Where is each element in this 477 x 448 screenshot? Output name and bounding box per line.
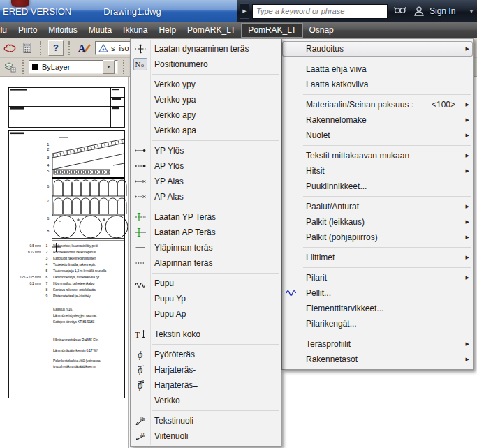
menubar-item-mitoitus[interactable]: Mitoitus xyxy=(43,23,82,38)
menu-item-palkit-pohjapiirros[interactable]: Palkit (pohjapiirros)▶ xyxy=(282,230,473,245)
current-color: ByLayer xyxy=(42,63,70,71)
menubar-item-pomrak-lt[interactable]: PomRAK_LT xyxy=(241,23,303,38)
layer-number: 7 xyxy=(41,281,47,285)
menubar-item-ilu[interactable]: ilu xyxy=(0,23,13,38)
menu-item-label: AP Ylös xyxy=(154,161,184,171)
menu-item-yp-alas[interactable]: YP Alas xyxy=(131,174,281,189)
menu-item-hitsit[interactable]: Hitsit▶ xyxy=(282,163,473,179)
round-bar-icon: ϕ xyxy=(131,349,150,360)
chevron-down-icon[interactable]: ▼ xyxy=(103,60,115,74)
menu-item-laatan-dynaaminen-ter-s[interactable]: Laatan dynaaminen teräs xyxy=(131,41,281,57)
note-text: Kallistus n 16. xyxy=(53,307,73,311)
revision-cloud-icon[interactable] xyxy=(2,40,17,56)
menubar-item-help[interactable]: Help xyxy=(153,23,182,38)
menu-item-puukiinnikkeet[interactable]: Puukiinnikkeet... xyxy=(282,179,473,194)
menu-item-ap-alas[interactable]: AP Alas xyxy=(131,189,281,204)
submenu-arrow-icon: ▶ xyxy=(462,357,469,362)
menu-item-elementtitarvikkeet[interactable]: Elementtitarvikkeet... xyxy=(282,301,473,316)
menu-item-tekstit-mittakaavan-mukaan[interactable]: Tekstit mittakaavan mukaan▶ xyxy=(282,148,473,163)
calculator-icon[interactable] xyxy=(20,40,35,56)
menu-item-tekstinuoli[interactable]: TETekstinuoli xyxy=(131,413,281,428)
user-icon[interactable] xyxy=(413,6,425,17)
menu-item-label: Laatan dynaaminen teräs xyxy=(154,44,249,54)
search-icon[interactable] xyxy=(393,6,407,17)
menu-item-verkko-apa[interactable]: Verkko apa xyxy=(131,123,281,138)
sign-in-button[interactable]: Sign In xyxy=(430,6,455,16)
drawing-canvas[interactable]: 0.5 mmb 22 mm125 + 125 mm0.2 mm1Vedeneri… xyxy=(0,77,130,448)
toolbar-grip[interactable] xyxy=(22,60,26,74)
menu-item-pupu-yp[interactable]: Pupu Yp xyxy=(131,291,281,306)
menu-item-rakennetasot[interactable]: Rakennetasot▶ xyxy=(282,352,473,367)
menu-item-verkko-apy[interactable]: Verkko apy xyxy=(131,107,281,123)
layer-number: 3 xyxy=(41,256,47,260)
menu-item-viitenuoli[interactable]: TtViitenuoli xyxy=(131,428,281,444)
menubar-item-muuta[interactable]: Muuta xyxy=(83,23,117,38)
menu-item-materiaalin-seinan-paksuus[interactable]: Materiaalin/Seinan paksuus :<100>▶ xyxy=(282,97,473,112)
menu-item-raudoitus[interactable]: Raudoitus▶ xyxy=(282,41,473,57)
menu-item-palkit-leikkaus[interactable]: Palkit (leikkaus)▶ xyxy=(282,214,473,230)
menubar-item-pomark-lt[interactable]: PomARK_LT xyxy=(182,23,241,38)
menu-item-pilarikeng-t[interactable]: Pilarikengät... xyxy=(282,316,473,331)
menu-item-ter-sprofiilit[interactable]: Teräsprofiilit▶ xyxy=(282,336,473,352)
menu-item-laatan-ap-ter-s[interactable]: Laatan AP Teräs xyxy=(131,225,281,240)
layer-number: 6 xyxy=(41,275,47,279)
section-callout: 4 xyxy=(41,163,49,167)
toolbar-grip[interactable] xyxy=(123,60,126,74)
menu-item-label: Alapinnan teräs xyxy=(154,258,212,268)
menu-item-positionumero[interactable]: NoPositionumero xyxy=(131,57,281,72)
menu-item-harjater-s[interactable]: ϕHarjateräs= xyxy=(131,378,281,393)
menubar-item-piirto[interactable]: Piirto xyxy=(13,23,43,38)
toolbar-grip[interactable] xyxy=(40,41,43,55)
app-logo[interactable] xyxy=(11,0,29,7)
menu-item-label: Verkko xyxy=(154,396,180,405)
menu-item-pupu-ap[interactable]: Pupu Ap xyxy=(131,306,281,322)
search-input[interactable] xyxy=(252,4,388,19)
infocenter-expand-button[interactable]: ▶ xyxy=(240,3,249,19)
note-text: Kattojen kiinnitys KT 85-9183 xyxy=(53,320,94,324)
menu-item-pilarit[interactable]: Pilarit▶ xyxy=(282,270,473,285)
help-icon[interactable]: ? xyxy=(48,40,64,56)
style-triangle-icon xyxy=(98,43,108,53)
menu-item-alapinnan-ter-s[interactable]: Alapinnan teräs xyxy=(131,255,281,271)
menu-item-laatan-yp-ter-s[interactable]: Laatan YP Teräs xyxy=(131,209,281,225)
menu-item-laatta-katkoviiva[interactable]: Laatta katkoviiva xyxy=(282,77,473,92)
menu-item-nuolet[interactable]: Nuolet▶ xyxy=(282,128,473,143)
menu-item-tekstin-koko[interactable]: TTekstin koko xyxy=(131,327,281,342)
layer-text: Kattotuolit rakennepiirustusten xyxy=(53,256,96,260)
menu-separator xyxy=(303,196,471,197)
menu-item-label: Positionumero xyxy=(154,59,208,69)
menu-item-yp-yl-s[interactable]: YP Ylös xyxy=(131,143,281,158)
menu-item-label: Pupu Yp xyxy=(154,294,186,304)
menu-item-paalut-anturat[interactable]: Paalut/Anturat▶ xyxy=(282,199,473,214)
menu-item-label: Tekstin koko xyxy=(154,329,200,339)
color-combo[interactable]: ByLayer ▼ xyxy=(29,60,118,74)
infocenter-dropdown-icon[interactable]: ▼ xyxy=(469,8,474,15)
layer-properties-icon[interactable] xyxy=(2,59,17,75)
menu-item-pellit[interactable]: Pellit... xyxy=(282,285,473,301)
menu-item-liittimet[interactable]: Liittimet▶ xyxy=(282,250,473,265)
menubar-item-osnap[interactable]: Osnap xyxy=(303,23,339,38)
menu-item-label: Yläpinnan teräs xyxy=(154,243,212,253)
layer-number: 5 xyxy=(41,269,47,273)
menu-item-harjater-s[interactable]: ϕHarjateräs- xyxy=(131,362,281,378)
menu-item-label: Palkit (leikkaus) xyxy=(306,217,365,227)
menu-item-label: Pyöröteräs xyxy=(154,350,195,359)
menu-item-py-r-ter-s[interactable]: ϕPyöröteräs xyxy=(131,347,281,362)
menu-separator xyxy=(303,94,471,95)
menu-item-label: Pupu Ap xyxy=(154,309,186,319)
svg-text:ϕ: ϕ xyxy=(138,350,142,360)
menu-item-laatta-ehj-viiva[interactable]: Laatta ehjä viiva xyxy=(282,61,473,77)
menu-item-yl-pinnan-ter-s[interactable]: Yläpinnan teräs xyxy=(131,240,281,255)
menu-separator xyxy=(303,59,471,59)
menu-item-rakennelomake[interactable]: Rakennelomake▶ xyxy=(282,112,473,128)
menu-item-pupu[interactable]: Pupu xyxy=(131,276,281,291)
menu-item-verkko[interactable]: Verkko xyxy=(131,393,281,408)
menubar-item-ikkuna[interactable]: Ikkuna xyxy=(117,23,153,38)
menu-item-verkko-ypa[interactable]: Verkko ypa xyxy=(131,92,281,107)
menu-item-label: YP Ylös xyxy=(154,146,184,156)
menu-item-verkko-ypy[interactable]: Verkko ypy xyxy=(131,77,281,92)
menu-item-ap-yl-s[interactable]: AP Ylös xyxy=(131,158,281,174)
menu-bar: iluPiirtoMitoitusMuutaIkkunaHelpPomARK_L… xyxy=(0,22,477,38)
text-style-icon[interactable]: A xyxy=(77,40,92,56)
toolbar-grip[interactable] xyxy=(68,41,72,55)
